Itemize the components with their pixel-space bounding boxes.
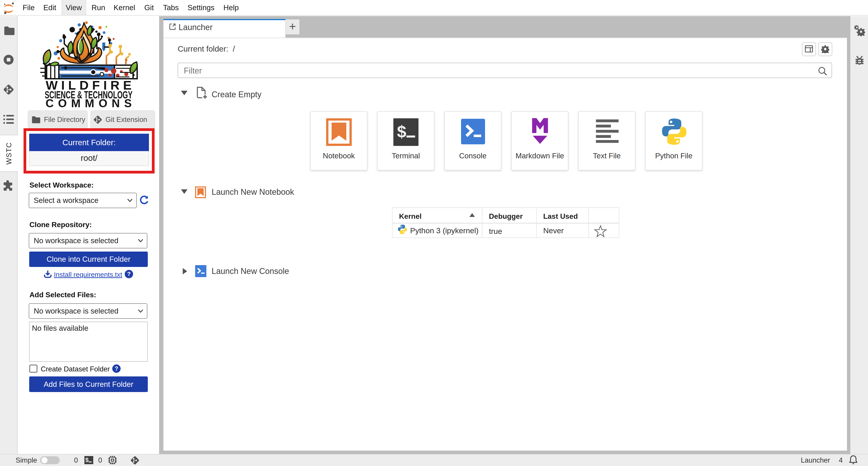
svg-text:$: $: [397, 122, 406, 141]
svg-text:$: $: [85, 457, 89, 463]
